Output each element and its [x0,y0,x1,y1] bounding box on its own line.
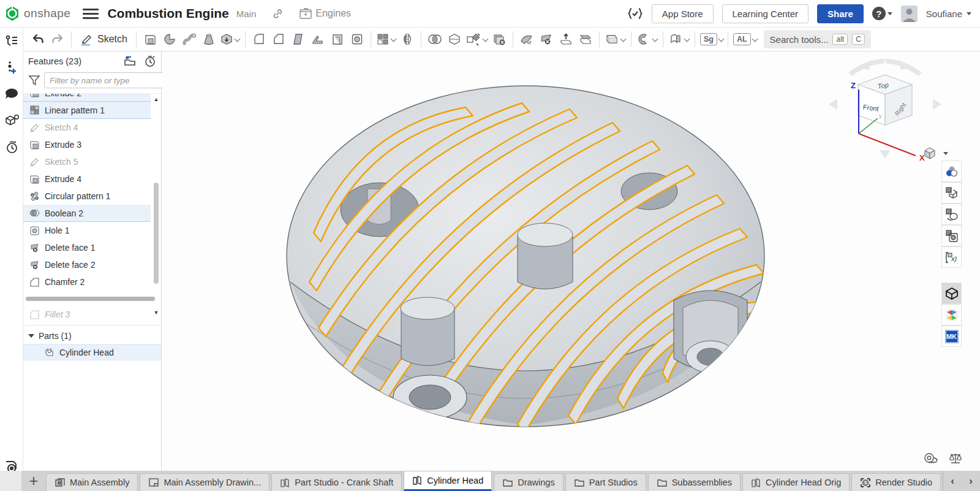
tab-main-assembly-drawing[interactable]: Main Assembly Drawin... [140,473,270,491]
revolve-icon[interactable] [160,29,179,49]
mass-properties-icon[interactable] [948,452,963,465]
document-tab-bar: + Main Assembly Main Assembly Drawin... … [0,471,980,491]
loft-icon[interactable] [199,29,219,49]
feature-row[interactable]: Extrude 4 [23,170,151,188]
transform-icon[interactable] [464,29,489,49]
part-row[interactable]: Cylinder Head [23,344,161,360]
tab-main-assembly[interactable]: Main Assembly [46,473,138,491]
app-store-button[interactable]: App Store [652,4,714,23]
tab-label: Main Assembly [70,478,130,487]
linear-pattern-icon[interactable] [375,29,398,49]
feature-list-scrollbar[interactable]: ▲ ▼ [153,94,160,325]
scroll-down-icon[interactable]: ▼ [153,310,159,316]
shell-icon[interactable] [328,29,347,49]
document-location[interactable]: Engines [300,8,351,19]
hole-icon[interactable] [347,29,367,49]
create-folder-icon[interactable] [123,55,137,67]
cube-app-icon[interactable] [941,283,962,304]
mirror-icon[interactable] [398,29,417,49]
feature-row[interactable]: Circular pattern 1 [23,188,151,205]
main-menu-icon[interactable] [83,9,99,19]
draft-icon[interactable] [288,29,308,49]
scroll-up-icon[interactable]: ▲ [153,96,159,102]
part-studio-icon [412,475,423,485]
scrollbar-thumb[interactable] [154,183,159,284]
share-button[interactable]: Share [817,4,864,23]
image-grid-icon[interactable] [941,225,962,246]
feature-row[interactable]: Delete face 2 [23,256,151,273]
redo-icon[interactable] [48,29,67,49]
view-options-menu[interactable] [923,147,948,160]
search-tools[interactable]: Search tools... alt C [764,30,871,48]
graphics-area[interactable]: Top Front Right Z X y x) [162,51,980,471]
tab-cylinder-head[interactable]: Cylinder Head [404,471,492,491]
folder-tab-label: Engines [315,8,351,19]
pinwheel-app-icon[interactable] [941,304,962,325]
user-avatar[interactable] [901,6,918,22]
thicken-icon[interactable] [219,29,241,49]
mk-app-icon[interactable]: MK [941,325,962,347]
sweep-icon[interactable] [179,29,199,49]
feature-row[interactable]: Delete face 1 [23,239,151,256]
feature-row[interactable]: Fillet 3 [23,306,151,323]
tab-label: Part Studio - Crank Shaft [295,478,393,487]
delete-face-icon[interactable] [537,29,556,49]
feature-row[interactable]: Boolean 2 [23,205,151,222]
extrude-icon [29,174,40,185]
feature-row[interactable]: Chamfer 2 [23,273,151,291]
brand-name: onshape [24,7,70,20]
feature-list: Extrude 2 Linear pattern 1 Sketch 4 Extr… [23,93,161,325]
undo-icon[interactable] [28,29,48,49]
tab-part-studios[interactable]: Part Studios [565,473,646,491]
rollback-history-icon[interactable] [144,55,156,67]
tab-scroll-right-icon[interactable]: › [962,475,980,487]
plane-icon[interactable] [603,29,627,49]
fillet-icon[interactable] [249,29,269,49]
delete-part-icon[interactable] [489,29,509,49]
feature-row[interactable]: Sketch 5 [23,153,151,170]
parts-header[interactable]: Parts (1) [23,328,161,344]
named-views-icon[interactable] [941,182,962,204]
right-toolbar: x) MK [941,161,962,347]
appearance-icon[interactable] [941,161,962,182]
feature-row[interactable]: Sketch 4 [23,119,151,136]
workspace-name[interactable]: Main [236,9,257,19]
composite-curve-icon[interactable] [635,29,659,49]
surface-icon[interactable] [667,29,691,49]
filter-input[interactable] [44,72,165,88]
learning-center-button[interactable]: Learning Center [722,4,809,23]
tab-cylinder-head-orig[interactable]: Cylinder Head Orig [742,473,850,491]
onshape-logo[interactable]: onshape [0,6,79,21]
offset-surface-icon[interactable] [576,29,595,49]
share-link-icon[interactable] [272,8,284,20]
sheet-metal-group-icon[interactable]: Sg [699,29,718,49]
modify-fillet-icon[interactable] [517,29,537,49]
tab-part-studio-crank-shaft[interactable]: Part Studio - Crank Shaft [271,473,402,491]
filter-icon[interactable] [28,75,40,86]
tab-scroll-left-icon[interactable]: ‹ [943,475,962,487]
feature-row[interactable]: Extrude 3 [23,136,151,153]
move-face-icon[interactable] [556,29,576,49]
section-view-icon[interactable] [941,204,962,225]
split-icon[interactable] [445,29,464,49]
feature-row[interactable]: Extrude 2 [23,94,151,102]
tape-measure-icon[interactable] [922,452,938,465]
versions-code-icon[interactable] [627,7,643,20]
rib-icon[interactable] [308,29,328,49]
custom-group-icon[interactable]: AL [732,29,752,49]
featurescript-icon[interactable]: x) [941,246,962,268]
user-menu[interactable]: Soufiane [926,9,971,19]
sketch-button[interactable]: Sketch [75,29,132,49]
rollback-bar[interactable] [26,297,155,301]
help-menu[interactable]: ? [872,7,892,20]
chamfer-icon[interactable] [269,29,288,49]
cylinder-head-model[interactable] [282,80,769,430]
feature-row[interactable]: Linear pattern 1 [23,102,151,119]
tab-subassemblies[interactable]: Subassemblies [648,473,741,491]
boolean-icon[interactable] [425,29,445,49]
tab-render-studio[interactable]: Render Studio [851,473,941,491]
extrude-icon[interactable] [140,29,160,49]
feature-row[interactable]: Hole 1 [23,222,151,239]
tab-drawings[interactable]: Drawings [494,473,563,491]
new-tab-button[interactable]: + [21,471,46,491]
